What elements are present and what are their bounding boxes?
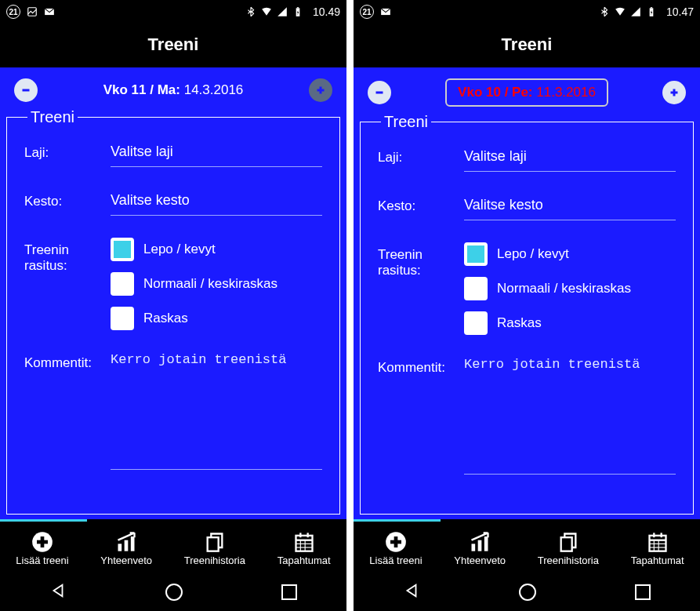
svg-rect-34 <box>394 536 398 547</box>
back-button[interactable] <box>403 582 420 602</box>
tab-label: Treenihistoria <box>184 555 245 566</box>
app-title: Treeni <box>0 24 346 67</box>
svg-rect-14 <box>131 536 135 551</box>
bluetooth-icon <box>245 6 256 17</box>
date-value: 14.3.2016 <box>184 82 244 97</box>
kesto-select[interactable]: Valitse kesto <box>464 194 676 220</box>
date-nav: Vko 10 / Pe: 11.3.2016 <box>354 67 700 113</box>
svg-rect-28 <box>376 92 383 94</box>
laji-select[interactable]: Valitse laji <box>464 145 676 172</box>
tab-bar: Lisää treeni Yhteenveto Treenihistoria T… <box>354 522 700 573</box>
square-icon <box>281 584 297 600</box>
checkbox-icon <box>464 277 488 300</box>
kommentit-input[interactable]: Kerro jotain treenistä <box>111 352 322 470</box>
checkbox-icon <box>464 311 488 335</box>
fieldset-legend: Treeni <box>381 113 431 131</box>
chart-up-icon <box>115 531 137 553</box>
svg-rect-12 <box>118 544 122 551</box>
circle-icon <box>165 584 183 601</box>
calendar-icon <box>293 531 315 553</box>
rasitus-option-raskas[interactable]: Raskas <box>111 307 322 330</box>
notification-count-icon: 21 <box>6 5 20 19</box>
home-button[interactable] <box>519 584 536 601</box>
rasitus-option-raskas[interactable]: Raskas <box>464 311 676 335</box>
android-nav-bar <box>0 573 346 611</box>
mail-icon <box>380 6 391 17</box>
triangle-back-icon <box>403 582 420 599</box>
kesto-label: Kesto: <box>24 189 111 209</box>
tab-lisaa-treeni[interactable]: Lisää treeni <box>16 531 68 566</box>
phone-right: 21 10.47 Treeni Vko 10 / Pe: 1 <box>354 0 700 611</box>
wifi-icon <box>261 6 272 17</box>
tab-label: Lisää treeni <box>16 555 68 566</box>
recents-button[interactable] <box>635 584 651 600</box>
svg-rect-26 <box>651 7 652 8</box>
android-nav-bar <box>354 573 700 611</box>
date-prefix: Vko 10 / Pe: <box>458 85 532 100</box>
notification-count-icon: 21 <box>360 5 374 19</box>
rasitus-lepo-label: Lepo / kevyt <box>497 246 569 262</box>
svg-rect-31 <box>673 89 676 96</box>
svg-rect-3 <box>297 7 299 8</box>
tab-yhteenveto[interactable]: Yhteenveto <box>100 531 152 566</box>
svg-rect-36 <box>478 540 482 551</box>
date-prefix: Vko 11 / Ma: <box>103 82 180 97</box>
date-nav: Vko 11 / Ma: 14.3.2016 <box>0 67 346 108</box>
kommentit-input[interactable]: Kerro jotain treenistä <box>464 357 676 475</box>
rasitus-raskas-label: Raskas <box>143 311 188 326</box>
battery-charging-icon <box>292 6 303 17</box>
date-display-box[interactable]: Vko 10 / Pe: 11.3.2016 <box>445 78 608 107</box>
tab-label: Tapahtumat <box>631 555 684 566</box>
app-title: Treeni <box>354 24 700 67</box>
copy-icon <box>557 531 579 553</box>
home-button[interactable] <box>165 584 183 601</box>
prev-day-button[interactable] <box>14 78 38 102</box>
status-bar: 21 10.47 <box>354 0 700 24</box>
rasitus-normaali-label: Normaali / keskiraskas <box>497 281 631 296</box>
rasitus-option-normaali[interactable]: Normaali / keskiraskas <box>111 272 322 296</box>
content-area: Vko 11 / Ma: 14.3.2016 Treeni Laji: Vali… <box>0 67 346 519</box>
checkbox-checked-icon <box>111 238 134 261</box>
rasitus-normaali-label: Normaali / keskiraskas <box>143 276 277 292</box>
recents-button[interactable] <box>281 584 297 600</box>
square-icon <box>635 584 651 600</box>
tab-treenihistoria[interactable]: Treenihistoria <box>538 531 599 566</box>
rasitus-raskas-label: Raskas <box>497 315 542 331</box>
next-day-button[interactable] <box>309 78 332 102</box>
tab-tapahtumat[interactable]: Tapahtumat <box>631 531 684 566</box>
status-clock: 10.49 <box>313 5 340 18</box>
wifi-icon <box>615 6 626 17</box>
chart-up-icon <box>469 531 491 553</box>
tab-treenihistoria[interactable]: Treenihistoria <box>184 531 245 566</box>
date-value: 11.3.2016 <box>536 85 596 100</box>
signal-icon <box>277 6 288 17</box>
back-button[interactable] <box>49 582 67 602</box>
status-clock: 10.47 <box>666 5 694 18</box>
tab-yhteenveto[interactable]: Yhteenveto <box>454 531 506 566</box>
svg-rect-35 <box>472 544 476 551</box>
phone-left: 21 10.49 Treeni Vko 11 / Ma: 14.3.20 <box>0 0 346 611</box>
content-area: Vko 10 / Pe: 11.3.2016 Treeni Laji: Vali… <box>354 67 700 519</box>
battery-charging-icon <box>646 6 657 17</box>
tab-label: Lisää treeni <box>369 555 422 566</box>
prev-day-button[interactable] <box>368 81 391 104</box>
kommentit-label: Kommentit: <box>24 352 111 470</box>
rasitus-lepo-label: Lepo / kevyt <box>143 242 216 257</box>
next-day-button[interactable] <box>662 81 686 104</box>
tab-label: Treenihistoria <box>538 555 599 566</box>
tab-lisaa-treeni[interactable]: Lisää treeni <box>369 531 422 566</box>
date-display[interactable]: Vko 11 / Ma: 14.3.2016 <box>103 82 244 98</box>
rasitus-option-lepo[interactable]: Lepo / kevyt <box>464 242 676 266</box>
kesto-select[interactable]: Valitse kesto <box>111 189 322 216</box>
laji-select[interactable]: Valitse laji <box>111 140 322 167</box>
signal-icon <box>630 6 641 17</box>
plus-circle-icon <box>385 531 407 553</box>
rasitus-option-lepo[interactable]: Lepo / kevyt <box>111 238 322 261</box>
rasitus-label: Treenin rasitus: <box>378 242 464 278</box>
checkbox-icon <box>111 272 134 296</box>
tab-tapahtumat[interactable]: Tapahtumat <box>277 531 331 566</box>
svg-rect-11 <box>41 536 45 547</box>
calendar-icon <box>647 531 669 553</box>
tab-label: Yhteenveto <box>454 555 506 566</box>
rasitus-option-normaali[interactable]: Normaali / keskiraskas <box>464 277 676 300</box>
